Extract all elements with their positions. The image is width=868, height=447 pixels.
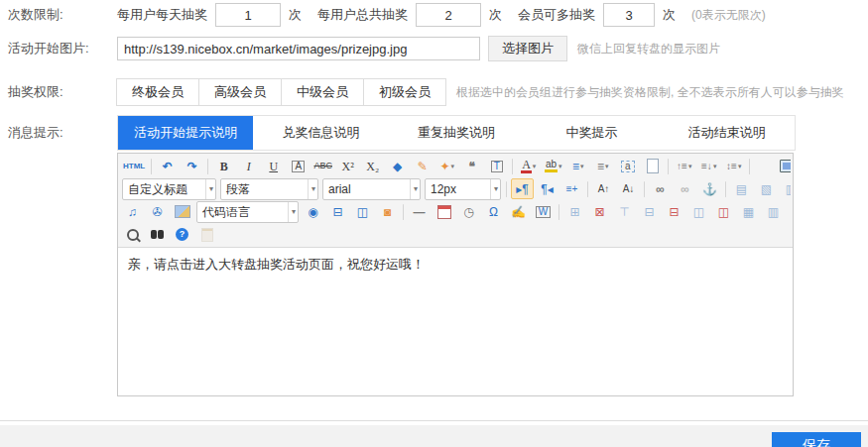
editor-toolbar: HTML▾▾↶▾↷▾▾B▾I▾U▾A▾ABC▾X²▾X₂▾◆▾✎▾✦▾❝▾T▾▾… [118,154,793,248]
save-button[interactable]: 保存 [772,432,861,447]
font-border-icon[interactable]: A▾ [287,156,310,176]
preview-monitor-icon[interactable]: ▾ [777,156,791,176]
delete-col-icon[interactable]: ◫▾ [712,201,735,222]
total-draw-count-input[interactable] [416,3,481,27]
subscript-icon[interactable]: X₂▾ [361,156,384,176]
media-icon[interactable]: ▾ [171,201,193,222]
select-all-icon[interactable]: a▾ [616,156,639,176]
find-replace-icon[interactable]: ▾ [146,224,169,245]
attachment-icon[interactable]: ✇▾ [146,201,169,222]
date-icon[interactable]: ▾ [433,201,455,222]
horizontal-rule-icon[interactable]: —▾ [408,201,431,222]
member-group-junior[interactable]: 初级会员 [363,78,446,106]
font-family-combo[interactable]: arial▾ [322,178,421,200]
redo-icon[interactable]: ↷▾ [181,156,203,176]
indent-icon[interactable]: ≡+▾ [560,178,583,199]
bold-icon[interactable]: B▾ [212,156,235,176]
preview-search-icon[interactable]: ▾ [121,224,144,245]
member-extra-draw-count-input[interactable] [603,3,655,27]
tab-activity-start-notice[interactable]: 活动开始提示说明 [118,116,253,150]
delete-row-icon[interactable]: ⊟▾ [663,201,685,222]
daily-draw-count-group: 每用户每天抽奖 次 [117,3,302,27]
paste-text-icon[interactable]: T▾ [485,156,508,176]
help-icon[interactable]: ?▾ [171,224,193,245]
merge-right-icon[interactable]: ▥▾ [762,201,785,222]
merge-cells-icon[interactable]: ▦▾ [737,201,760,222]
dropdown-caret-icon: ▾ [738,163,742,170]
unlink-icon[interactable]: ∞▾ [674,178,696,199]
row-spacing-bottom-icon[interactable]: ≡↓▾ [697,156,720,176]
font-size-combo[interactable]: 12px▾ [425,178,501,200]
table-caption-icon[interactable]: ⊤▾ [613,201,636,222]
image-float-left-icon[interactable]: ▧▾ [755,178,778,199]
font-size-down-icon[interactable]: A↓▾ [617,178,640,199]
page-break-icon[interactable]: ⊟▾ [326,201,349,222]
tab-repeat-draw[interactable]: 重复抽奖说明 [389,116,524,150]
blockquote-icon[interactable]: ❝▾ [460,156,483,176]
font-size-up-icon[interactable]: A↑▾ [592,178,615,199]
member-group-ultimate[interactable]: 终极会员 [116,78,199,106]
snapshot-icon[interactable]: ◙▾ [376,201,399,222]
line-height-icon[interactable]: ↕≡▾ [722,156,745,176]
link-icon[interactable]: ∞▾ [649,178,672,199]
image-float-none-icon[interactable]: ▤▾ [730,178,753,199]
tab-activity-end[interactable]: 活动结束说明 [660,116,795,150]
editor-content[interactable]: 亲，请点击进入大转盘抽奖活动页面，祝您好运哦！ [118,248,793,395]
autotypeset-icon[interactable]: ✦▾ [435,156,458,176]
image-float-right-icon[interactable]: ▥▾ [780,178,791,199]
icon-glyph [780,160,791,172]
highlight-color-icon[interactable]: ab▾ [542,156,564,176]
start-image-url-input[interactable] [117,37,480,60]
icon-glyph: ↶ [163,161,173,172]
rtl-icon[interactable]: ¶◂▾ [536,178,558,199]
eraser-icon[interactable]: ◆▾ [386,156,409,176]
icon-glyph: ◫ [718,206,729,218]
total-draw-count-group: 每用户总共抽奖 次 [317,3,502,27]
insert-code-icon[interactable]: ◉▾ [302,201,324,222]
insert-col-icon[interactable]: ◫▾ [687,201,710,222]
custom-title-combo[interactable]: 自定义标题▾ [122,178,216,200]
tab-win-notice[interactable]: 中奖提示 [524,116,659,150]
italic-icon[interactable]: I▾ [237,156,260,176]
merge-down-icon[interactable]: ▤▾ [787,201,791,222]
tab-redeem-info[interactable]: 兑奖信息说明 [253,116,388,150]
undo-icon[interactable]: ↶▾ [156,156,179,176]
unordered-list-icon[interactable]: ≡▾ [591,156,614,176]
new-page-icon[interactable]: ▾ [641,156,664,176]
font-color-icon[interactable]: A▾ [517,156,540,176]
word-import-icon[interactable]: W▾ [532,201,555,222]
icon-glyph: 段落 [226,183,250,195]
row-spacing-top-icon[interactable]: ↑≡▾ [673,156,695,176]
icon-glyph: 自定义标题 [128,183,187,195]
ordered-list-icon[interactable]: ≡▾ [566,156,589,176]
choose-image-button[interactable]: 选择图片 [488,36,567,61]
daily-draw-count-input[interactable] [215,3,281,27]
delete-table-icon[interactable]: ⊠▾ [588,201,611,222]
member-extra-draw-suffix: 次 [663,6,676,24]
template-icon[interactable]: ✍▾ [507,201,530,222]
member-group-label: 高级会员 [214,84,266,99]
special-chars-icon[interactable]: Ω▾ [482,201,505,222]
superscript-icon[interactable]: X²▾ [336,156,359,176]
ltr-icon[interactable]: ▸¶▾ [511,178,534,199]
time-icon[interactable]: ◷▾ [457,201,480,222]
member-group-intermediate[interactable]: 中级会员 [281,78,364,106]
member-group-senior[interactable]: 高级会员 [198,78,282,106]
dropdown-caret-icon: ▾ [688,163,692,170]
underline-icon[interactable]: U▾ [262,156,285,176]
paragraph-combo[interactable]: 段落▾ [220,178,318,200]
icon-glyph: ▥ [786,183,791,195]
strikethrough-icon[interactable]: ABC▾ [311,156,334,176]
anchor-icon[interactable]: ⚓▾ [698,178,721,199]
iframe-icon[interactable]: ◫▾ [351,201,374,222]
insert-row-icon[interactable]: ⊟▾ [638,201,661,222]
music-icon[interactable]: ♫▾ [121,201,144,222]
insert-table-icon[interactable]: ⊞▾ [563,201,586,222]
toolbar-row-3: ♫▾✇▾▾代码语言▾◉▾⊟▾◫▾◙▾▾—▾▾◷▾Ω▾✍▾W▾▾⊞▾⊠▾⊤▾⊟▾⊟… [120,200,791,223]
footer-divider [0,420,868,421]
paste-icon[interactable]: ▾ [195,224,218,245]
html-source-icon[interactable]: HTML▾ [121,156,147,176]
icon-glyph [175,205,190,218]
format-brush-icon[interactable]: ✎▾ [411,156,434,176]
code-language-combo[interactable]: 代码语言▾ [196,201,299,223]
